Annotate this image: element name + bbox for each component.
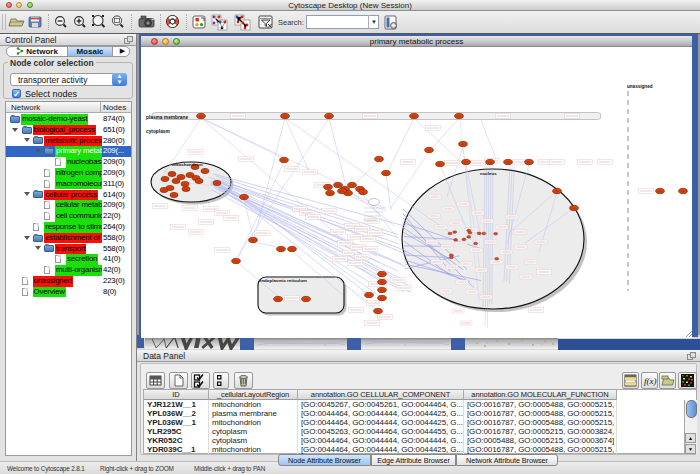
svg-text:mitochondrion: mitochondrion	[172, 162, 203, 167]
svg-text:cytoplasm: cytoplasm	[146, 129, 170, 134]
svg-text:nucleus: nucleus	[480, 171, 497, 176]
svg-text:unassigned: unassigned	[627, 84, 653, 89]
svg-text:f(x): f(x)	[644, 376, 657, 386]
svg-text:endoplasmic reticulum: endoplasmic reticulum	[259, 278, 307, 283]
svg-text:plasma membrane: plasma membrane	[146, 115, 188, 120]
